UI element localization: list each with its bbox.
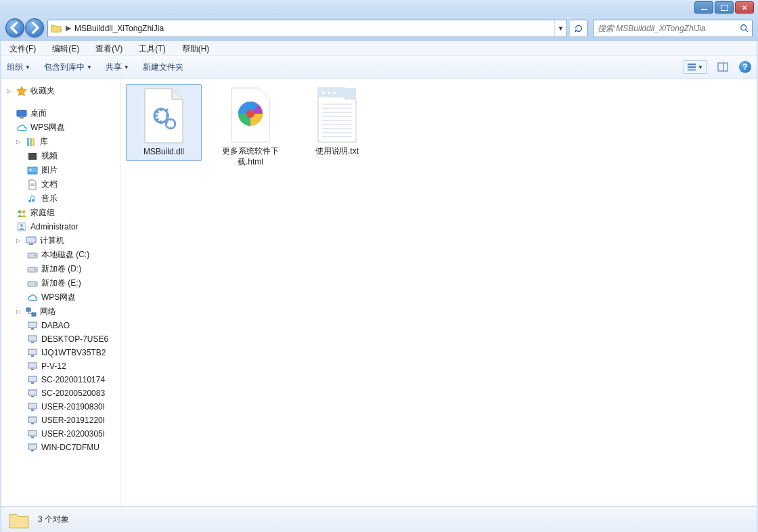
- sidebar-wps2[interactable]: WPS网盘: [5, 290, 120, 305]
- svg-point-20: [22, 210, 26, 213]
- sidebar-net-0[interactable]: DABAO: [5, 319, 120, 332]
- network-pc-icon: [27, 428, 38, 439]
- user-icon: [16, 221, 27, 232]
- search-box[interactable]: [593, 20, 753, 37]
- file-list[interactable]: MSBuild.dll 更多系统软件下载.html: [120, 79, 757, 506]
- svg-rect-11: [32, 138, 35, 146]
- svg-rect-9: [27, 138, 29, 146]
- svg-rect-40: [31, 369, 34, 370]
- txt-file-icon: [310, 87, 364, 143]
- sidebar-net-8[interactable]: USER-20200305I: [5, 427, 120, 441]
- file-item-msbuild-dll[interactable]: MSBuild.dll: [126, 84, 202, 161]
- menu-file[interactable]: 文件(F): [1, 42, 44, 56]
- svg-rect-31: [26, 308, 30, 311]
- toolbar-organize[interactable]: 组织▼: [7, 62, 30, 73]
- sidebar-favorites-label: 收藏夹: [30, 85, 55, 97]
- menu-bar: 文件(F) 编辑(E) 查看(V) 工具(T) 帮助(H): [1, 41, 757, 56]
- search-input[interactable]: [594, 24, 737, 33]
- svg-rect-14: [36, 153, 37, 160]
- svg-rect-50: [31, 437, 34, 438]
- cloud-icon: [16, 123, 27, 133]
- sidebar-homegroup-label: 家庭组: [30, 207, 55, 219]
- maximize-button[interactable]: [715, 1, 734, 14]
- svg-point-30: [35, 283, 36, 284]
- sidebar-net-4[interactable]: SC-20200110174: [5, 373, 120, 386]
- network-pc-icon: [27, 415, 38, 426]
- sidebar-net-2[interactable]: IJQ1WTBV35TB2: [5, 346, 120, 359]
- sidebar-net-6[interactable]: USER-20190830I: [5, 400, 120, 414]
- homegroup-icon: [16, 208, 27, 219]
- svg-rect-41: [28, 376, 37, 382]
- forward-button[interactable]: [25, 18, 44, 37]
- toolbar-new-folder[interactable]: 新建文件夹: [143, 62, 183, 73]
- menu-help[interactable]: 帮助(H): [174, 42, 218, 56]
- refresh-button[interactable]: [570, 20, 587, 37]
- svg-rect-23: [26, 237, 36, 243]
- sidebar-net-1[interactable]: DESKTOP-7USE6: [5, 332, 120, 346]
- sidebar-computer-label: 计算机: [40, 235, 64, 246]
- menu-view[interactable]: 查看(V): [87, 42, 131, 56]
- menu-tools[interactable]: 工具(T): [131, 42, 173, 56]
- back-button[interactable]: [5, 18, 24, 37]
- sidebar-net-3[interactable]: P-V-12: [5, 359, 120, 373]
- svg-rect-37: [28, 349, 37, 355]
- breadcrumb-separator-icon[interactable]: ▶: [64, 24, 72, 32]
- sidebar-documents[interactable]: 文档: [5, 177, 120, 192]
- toolbar-include-in-library[interactable]: 包含到库中▼: [44, 62, 92, 73]
- svg-rect-3: [688, 66, 696, 68]
- svg-rect-10: [30, 138, 32, 146]
- close-button[interactable]: [735, 1, 754, 14]
- svg-rect-35: [28, 336, 37, 341]
- status-text: 3 个对象: [38, 514, 69, 525]
- svg-point-19: [18, 210, 22, 213]
- help-button[interactable]: ?: [739, 61, 751, 73]
- view-mode-button[interactable]: ▼: [684, 60, 707, 74]
- search-icon[interactable]: [737, 24, 752, 33]
- sidebar-drive-e[interactable]: 新加卷 (E:): [5, 276, 120, 290]
- network-pc-icon: [27, 334, 38, 345]
- sidebar-net-5[interactable]: SC-20200520083: [5, 386, 120, 400]
- address-bar[interactable]: ▶ MSBuilddll_XiTongZhiJia ▼: [47, 20, 567, 37]
- svg-rect-36: [31, 342, 34, 343]
- cloud-icon: [27, 292, 38, 303]
- svg-point-28: [35, 269, 36, 270]
- folder-icon: [8, 509, 30, 531]
- sidebar-wps[interactable]: WPS网盘: [5, 120, 120, 135]
- dll-file-icon: [137, 87, 191, 144]
- svg-rect-48: [31, 423, 34, 424]
- sidebar-libraries[interactable]: ▷ 库: [5, 135, 120, 149]
- libraries-icon: [26, 137, 37, 148]
- network-pc-icon: [27, 361, 38, 372]
- svg-rect-13: [28, 153, 29, 160]
- sidebar-net-7[interactable]: USER-20191220I: [5, 414, 120, 427]
- sidebar-drive-d[interactable]: 新加卷 (D:): [5, 262, 120, 276]
- sidebar-desktop[interactable]: 桌面: [5, 106, 120, 120]
- menu-edit[interactable]: 编辑(E): [44, 42, 87, 56]
- sidebar-favorites[interactable]: ▷ 收藏夹: [5, 84, 120, 98]
- sidebar-music[interactable]: 音乐: [5, 192, 120, 206]
- sidebar-administrator[interactable]: Administrator: [5, 220, 120, 234]
- toolbar-share[interactable]: 共享▼: [106, 62, 129, 73]
- status-bar: 3 个对象: [1, 506, 757, 532]
- preview-pane-button[interactable]: [716, 60, 730, 74]
- svg-rect-5: [718, 63, 728, 71]
- file-item-html[interactable]: 更多系统软件下载.html: [213, 84, 288, 170]
- sidebar-wps-label: WPS网盘: [30, 122, 65, 133]
- sidebar-network[interactable]: ▷ 网络: [5, 305, 120, 319]
- svg-rect-51: [28, 444, 37, 449]
- svg-point-57: [322, 91, 325, 94]
- sidebar-computer[interactable]: ▷ 计算机: [5, 234, 120, 248]
- sidebar-pictures[interactable]: 图片: [5, 163, 120, 177]
- svg-rect-12: [28, 153, 37, 160]
- sidebar-net-9[interactable]: WIN-DC7DFMU: [5, 441, 120, 454]
- address-dropdown-icon[interactable]: ▼: [554, 20, 566, 37]
- sidebar-videos[interactable]: 视频: [5, 149, 120, 163]
- svg-rect-45: [28, 403, 37, 409]
- file-item-txt[interactable]: 使用说明.txt: [299, 84, 375, 160]
- svg-point-59: [333, 91, 336, 94]
- network-pc-icon: [27, 401, 38, 412]
- breadcrumb-current[interactable]: MSBuilddll_XiTongZhiJia: [72, 24, 166, 33]
- sidebar-drive-c[interactable]: 本地磁盘 (C:): [5, 248, 120, 262]
- minimize-button[interactable]: [694, 1, 713, 14]
- sidebar-homegroup[interactable]: 家庭组: [5, 206, 120, 220]
